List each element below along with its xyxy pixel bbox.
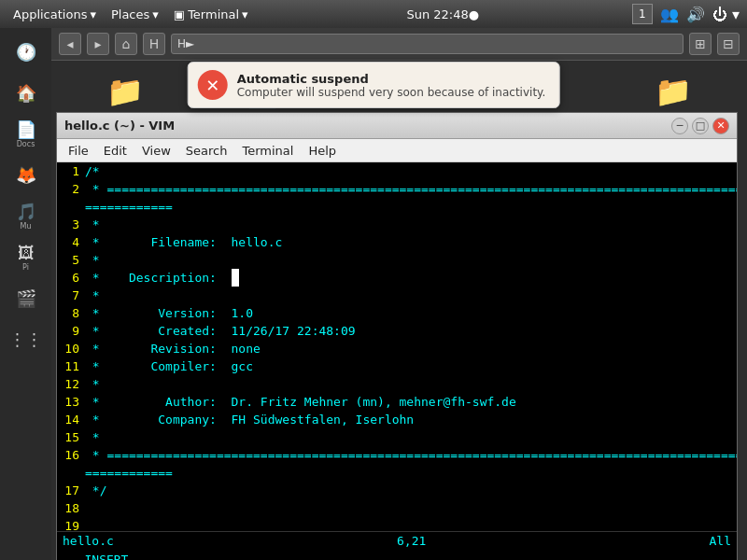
videos-icon: 🎬 xyxy=(16,288,36,308)
vim-menu-edit[interactable]: Edit xyxy=(96,142,134,160)
workspace-indicator[interactable]: 1 xyxy=(632,4,653,24)
docs-icon: 📄 xyxy=(16,119,36,139)
fm-address-bar[interactable]: H► xyxy=(171,34,684,54)
applications-arrow: ▾ xyxy=(90,7,96,21)
vim-wm-buttons: ─ □ ✕ xyxy=(671,118,729,134)
fm-sidebar-item-pics[interactable]: 🖼 Pi xyxy=(4,237,49,276)
applications-label: Applications xyxy=(13,7,87,21)
datetime-display: Sun 22:48● xyxy=(406,7,479,21)
notification-text: Automatic suspend Computer will suspend … xyxy=(237,72,546,99)
fm-home-button[interactable]: H xyxy=(143,33,165,55)
fm-back-button[interactable]: ◂ xyxy=(59,33,81,55)
notification-title: Automatic suspend xyxy=(237,72,546,86)
fm-view-toggle[interactable]: ⊞ xyxy=(689,33,712,55)
fm-sidebar-item-mail[interactable]: 🦊 xyxy=(4,155,49,194)
templates-folder-icon: 📁 xyxy=(655,74,692,109)
vim-titlebar: hello.c (~) - VIM ─ □ ✕ xyxy=(57,113,737,139)
vim-menubar: File Edit View Search Terminal Help xyxy=(57,139,737,162)
fm-sidebar-item-apps[interactable]: ⋮⋮ xyxy=(4,319,49,358)
fm-forward-button[interactable]: ▸ xyxy=(87,33,109,55)
vim-title: hello.c (~) - VIM xyxy=(64,119,175,133)
power-icon[interactable]: ⏻ ▾ xyxy=(712,6,740,23)
vim-filename: hello.c xyxy=(63,534,114,548)
pics-icon: 🖼 xyxy=(18,243,35,262)
vim-minimize-button[interactable]: ─ xyxy=(671,118,688,134)
vim-menu-view[interactable]: View xyxy=(134,142,178,160)
notification-body: Computer will suspend very soon because … xyxy=(237,86,546,99)
fm-sidebar-item-recent[interactable]: 🕐 xyxy=(4,32,49,71)
fm-sidebar: 🕐 🏠 📄 Docs 🦊 🎵 Mu 🖼 Pi 🎬 xyxy=(0,28,51,560)
fm-sidebar-item-music[interactable]: 🎵 Mu xyxy=(4,196,49,235)
fm-sidebar-item-home[interactable]: 🏠 xyxy=(4,73,49,112)
taskbar-left: Applications ▾ Places ▾ ▣ Terminal ▾ xyxy=(7,6,254,23)
notification-icon: ✕ xyxy=(198,70,228,100)
vim-window: hello.c (~) - VIM ─ □ ✕ File Edit View S… xyxy=(56,112,738,560)
terminal-menu[interactable]: ▣ Terminal ▾ xyxy=(168,6,254,23)
downloads-folder-icon: 📁 xyxy=(106,74,144,109)
vim-statusbar-area: hello.c 6,21 All xyxy=(57,531,737,550)
vim-menu-terminal[interactable]: Terminal xyxy=(234,142,301,160)
taskbar-right: 1 👥 🔊 ⏻ ▾ xyxy=(632,4,740,24)
recent-icon: 🕐 xyxy=(16,42,36,62)
vim-menu-search[interactable]: Search xyxy=(178,142,235,160)
places-menu[interactable]: Places ▾ xyxy=(106,6,164,23)
vim-menu-file[interactable]: File xyxy=(61,142,96,160)
places-label: Places xyxy=(111,7,149,21)
vim-close-button[interactable]: ✕ xyxy=(712,118,729,134)
taskbar: Applications ▾ Places ▾ ▣ Terminal ▾ Sun… xyxy=(0,0,747,28)
vim-maximize-button[interactable]: □ xyxy=(692,118,709,134)
fm-sidebar-item-videos[interactable]: 🎬 xyxy=(4,278,49,317)
fm-up-button[interactable]: ⌂ xyxy=(115,33,137,55)
applications-menu[interactable]: Applications ▾ xyxy=(7,6,102,23)
music-icon: 🎵 xyxy=(16,202,36,221)
vim-position: 6,21 xyxy=(397,534,426,548)
desktop: 🕐 🏠 📄 Docs 🦊 🎵 Mu 🖼 Pi 🎬 xyxy=(0,28,747,560)
mail-icon: 🦊 xyxy=(16,165,36,185)
vim-mode-indicator: -- INSERT -- xyxy=(57,550,737,560)
vim-menu-help[interactable]: Help xyxy=(301,142,344,160)
fm-sidebar-item-docs[interactable]: 📄 Docs xyxy=(4,114,49,153)
fm-toolbar: ◂ ▸ ⌂ H H► ⊞ ⊟ xyxy=(51,28,747,61)
places-arrow: ▾ xyxy=(152,7,159,21)
notification-bar: ✕ Automatic suspend Computer will suspen… xyxy=(188,62,560,108)
terminal-arrow: ▾ xyxy=(242,7,248,21)
terminal-icon: ▣ xyxy=(174,7,185,21)
vim-scroll-position: All xyxy=(710,534,731,548)
fm-search-toggle[interactable]: ⊟ xyxy=(717,33,740,55)
users-icon: 👥 xyxy=(660,6,679,23)
home-icon: 🏠 xyxy=(16,83,36,103)
vim-editor[interactable]: 1/* 2 * ================================… xyxy=(57,162,737,531)
terminal-label: Terminal xyxy=(188,7,239,21)
volume-icon[interactable]: 🔊 xyxy=(686,6,705,23)
vim-content[interactable]: 1/* 2 * ================================… xyxy=(57,162,737,531)
vim-statusbar: hello.c 6,21 All xyxy=(57,531,737,550)
apps-icon: ⋮⋮ xyxy=(9,329,43,349)
